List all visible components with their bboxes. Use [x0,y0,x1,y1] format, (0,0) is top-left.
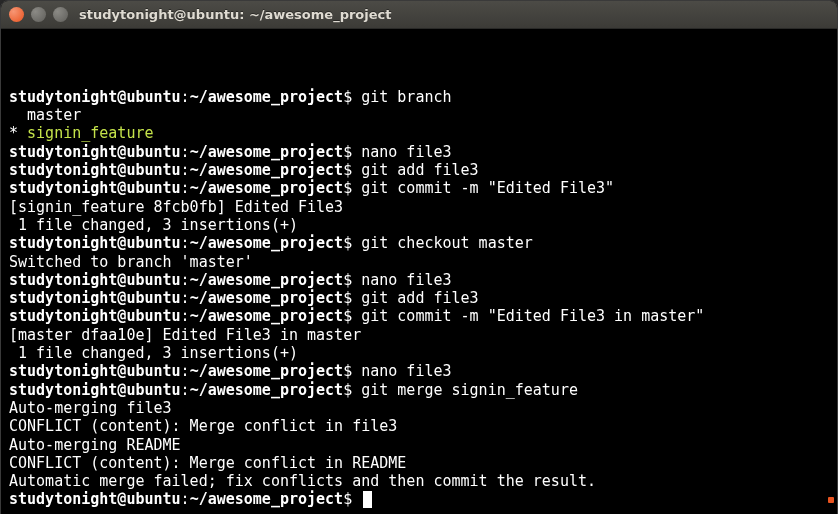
prompt-symbol: $ [343,88,361,106]
prompt-sep: : [181,161,190,179]
prompt-path: ~/awesome_project [190,234,344,252]
prompt-path: ~/awesome_project [190,161,344,179]
prompt-symbol: $ [343,362,361,380]
prompt-user: studytonight@ubuntu [9,490,181,508]
terminal-command-line: studytonight@ubuntu:~/awesome_project$ g… [9,161,829,179]
prompt-path: ~/awesome_project [190,381,344,399]
scrollbar-thumb[interactable] [828,497,834,503]
output-text: [signin_feature 8fcb0fb] Edited File3 [9,198,343,216]
terminal-body[interactable]: studytonight@ubuntu:~/awesome_project$ g… [1,29,837,514]
prompt-user: studytonight@ubuntu [9,381,181,399]
prompt-user: studytonight@ubuntu [9,88,181,106]
prompt-symbol: $ [343,307,361,325]
output-text: master [9,106,81,124]
output-text: [master dfaa10e] Edited File3 in master [9,326,361,344]
command-text: nano file3 [361,362,451,380]
minimize-icon[interactable] [31,7,46,22]
terminal-output-line: Auto-merging README [9,436,829,454]
prompt-sep: : [181,88,190,106]
terminal-command-line: studytonight@ubuntu:~/awesome_project$ g… [9,307,829,325]
terminal-command-line: studytonight@ubuntu:~/awesome_project$ g… [9,88,829,106]
terminal-output-line: [signin_feature 8fcb0fb] Edited File3 [9,198,829,216]
terminal-command-line: studytonight@ubuntu:~/awesome_project$ [9,490,829,508]
prompt-path: ~/awesome_project [190,88,344,106]
prompt-user: studytonight@ubuntu [9,179,181,197]
git-current-branch-line: * signin_feature [9,124,829,142]
command-text: git add file3 [361,289,478,307]
terminal-output-line: CONFLICT (content): Merge conflict in fi… [9,417,829,435]
prompt-sep: : [181,179,190,197]
output-text: Auto-merging README [9,436,181,454]
terminal-output-line: [master dfaa10e] Edited File3 in master [9,326,829,344]
prompt-sep: : [181,490,190,508]
maximize-icon[interactable] [53,7,68,22]
prompt-user: studytonight@ubuntu [9,271,181,289]
output-text: Auto-merging file3 [9,399,172,417]
terminal-output-line: CONFLICT (content): Merge conflict in RE… [9,454,829,472]
prompt-sep: : [181,143,190,161]
command-text: nano file3 [361,271,451,289]
prompt-sep: : [181,362,190,380]
terminal-window: studytonight@ubuntu: ~/awesome_project s… [0,0,838,514]
output-text: CONFLICT (content): Merge conflict in fi… [9,417,397,435]
terminal-output-line: Switched to branch 'master' [9,253,829,271]
prompt-user: studytonight@ubuntu [9,362,181,380]
prompt-symbol: $ [343,234,361,252]
current-branch-name: signin_feature [27,124,153,142]
output-text: 1 file changed, 3 insertions(+) [9,216,298,234]
terminal-command-line: studytonight@ubuntu:~/awesome_project$ n… [9,143,829,161]
window-title: studytonight@ubuntu: ~/awesome_project [79,7,392,22]
prompt-path: ~/awesome_project [190,362,344,380]
prompt-path: ~/awesome_project [190,271,344,289]
prompt-sep: : [181,307,190,325]
prompt-sep: : [181,234,190,252]
prompt-path: ~/awesome_project [190,289,344,307]
terminal-output-line: master [9,106,829,124]
prompt-symbol: $ [343,271,361,289]
prompt-path: ~/awesome_project [190,143,344,161]
prompt-sep: : [181,289,190,307]
prompt-user: studytonight@ubuntu [9,307,181,325]
terminal-command-line: studytonight@ubuntu:~/awesome_project$ n… [9,271,829,289]
command-text: git merge signin_feature [361,381,578,399]
terminal-command-line: studytonight@ubuntu:~/awesome_project$ g… [9,234,829,252]
prompt-symbol: $ [343,143,361,161]
prompt-symbol: $ [343,289,361,307]
terminal-command-line: studytonight@ubuntu:~/awesome_project$ g… [9,381,829,399]
output-text: CONFLICT (content): Merge conflict in RE… [9,454,406,472]
prompt-sep: : [181,381,190,399]
terminal-output-line: 1 file changed, 3 insertions(+) [9,344,829,362]
terminal-output-line: Automatic merge failed; fix conflicts an… [9,472,829,490]
prompt-path: ~/awesome_project [190,179,344,197]
terminal-output-line: Auto-merging file3 [9,399,829,417]
output-text: Automatic merge failed; fix conflicts an… [9,472,596,490]
command-text: git commit -m "Edited File3" [361,179,614,197]
command-text: nano file3 [361,143,451,161]
output-text: Switched to branch 'master' [9,253,253,271]
terminal-output-line: 1 file changed, 3 insertions(+) [9,216,829,234]
terminal-command-line: studytonight@ubuntu:~/awesome_project$ n… [9,362,829,380]
close-icon[interactable] [9,7,24,22]
prompt-path: ~/awesome_project [190,490,344,508]
prompt-symbol: $ [343,161,361,179]
prompt-symbol: $ [343,179,361,197]
command-text: git add file3 [361,161,478,179]
prompt-symbol: $ [343,381,361,399]
prompt-symbol: $ [343,490,361,508]
titlebar[interactable]: studytonight@ubuntu: ~/awesome_project [1,1,837,29]
prompt-user: studytonight@ubuntu [9,161,181,179]
terminal-command-line: studytonight@ubuntu:~/awesome_project$ g… [9,179,829,197]
terminal-command-line: studytonight@ubuntu:~/awesome_project$ g… [9,289,829,307]
command-text: git commit -m "Edited File3 in master" [361,307,704,325]
output-text: 1 file changed, 3 insertions(+) [9,344,298,362]
branch-marker: * [9,124,27,142]
prompt-path: ~/awesome_project [190,307,344,325]
prompt-sep: : [181,271,190,289]
prompt-user: studytonight@ubuntu [9,143,181,161]
command-text: git checkout master [361,234,533,252]
prompt-user: studytonight@ubuntu [9,289,181,307]
command-text: git branch [361,88,451,106]
cursor-icon [363,491,372,508]
prompt-user: studytonight@ubuntu [9,234,181,252]
